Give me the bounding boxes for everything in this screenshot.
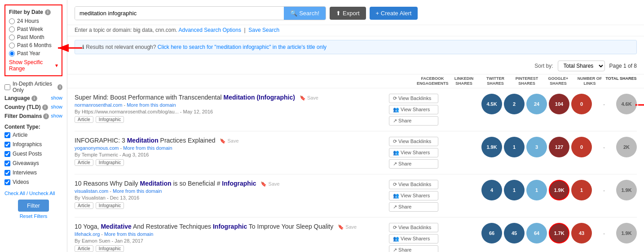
- result-author-1: By Https://www.normanrosenthal.com/blog/…: [75, 109, 384, 114]
- save-link-3[interactable]: 🔖 Save: [260, 181, 279, 187]
- more-from-domain-3[interactable]: More from this domain: [113, 188, 162, 194]
- result-meta-1: normanrosenthal.com - More from this dom…: [75, 102, 384, 108]
- column-headers: FACEBOOK ENGAGEMENTS LINKEDIN SHARES TWI…: [67, 74, 644, 88]
- tag-article-4: Article: [75, 245, 93, 252]
- language-row: Language i show: [4, 95, 62, 101]
- radio-past-year[interactable]: Past Year: [9, 50, 58, 56]
- result-title-4: 10 Yoga, Meditative And Restorative Tech…: [75, 223, 384, 230]
- view-backlinks-btn-1[interactable]: ⟳ View Backlinks: [389, 94, 438, 103]
- show-specific-range[interactable]: Show Specific Range ▾: [9, 59, 58, 72]
- filter-domains-show-link[interactable]: show: [51, 113, 62, 119]
- view-sharers-btn-2[interactable]: 👥 View Sharers: [389, 148, 438, 157]
- metric-pinterest-4: 1.7K: [549, 223, 569, 243]
- result-content-4: 10 Yoga, Meditative And Restorative Tech…: [75, 223, 384, 252]
- uncheck-all-link[interactable]: Uncheck All: [29, 191, 55, 196]
- metric-links-4: -: [594, 223, 614, 243]
- tag-infographic-2: Infographic: [96, 159, 124, 166]
- in-depth-checkbox[interactable]: In-Depth Articles Only i: [4, 81, 62, 93]
- search-input[interactable]: [75, 7, 284, 20]
- metric-googleplus-1: 0: [571, 94, 592, 114]
- save-link-2[interactable]: 🔖 Save: [220, 138, 238, 143]
- results-list: Super Mind: Boost Performance with Trans…: [67, 88, 644, 252]
- result-url-2[interactable]: yoganonymous.com: [75, 145, 119, 151]
- more-from-domain-2[interactable]: More from this domain: [123, 145, 172, 151]
- view-backlinks-btn-3[interactable]: ⟳ View Backlinks: [389, 180, 438, 189]
- reset-filters-link[interactable]: Reset Filters: [4, 213, 62, 219]
- radio-past-month[interactable]: Past Month: [9, 34, 58, 40]
- metric-twitter-3: 1: [526, 180, 547, 200]
- metric-facebook-4: 66: [481, 223, 502, 243]
- metrics-3: 4 1 1 1.9K 1 - 1.9K: [444, 180, 637, 200]
- radio-past-week[interactable]: Past Week: [9, 26, 58, 32]
- result-title-2: INFOGRAPHIC: 3 Meditation Practices Expl…: [75, 137, 384, 144]
- result-url-4[interactable]: lifehack.org: [75, 231, 100, 237]
- result-url-3[interactable]: visualistan.com: [75, 188, 108, 194]
- result-content-2: INFOGRAPHIC: 3 Meditation Practices Expl…: [75, 137, 384, 166]
- metric-total-3: 1.9K: [616, 180, 637, 200]
- search-input-wrap: 🔍 Search!: [75, 6, 326, 20]
- metric-linkedin-4: 45: [504, 223, 525, 243]
- result-item-1: Super Mind: Boost Performance with Trans…: [75, 88, 637, 131]
- language-label: Language: [4, 95, 30, 101]
- content-type-interviews[interactable]: Interviews: [4, 169, 62, 176]
- share-btn-4[interactable]: ↗ Share: [389, 245, 438, 252]
- metric-linkedin-2: 1: [504, 137, 525, 157]
- result-title-3: 10 Reasons Why Daily Meditation is so Be…: [75, 180, 384, 187]
- country-row: Country (TLD) i show: [4, 104, 62, 110]
- content-type-giveaways[interactable]: Giveaways: [4, 160, 62, 166]
- metric-linkedin-1: 2: [504, 94, 525, 114]
- more-from-domain-4[interactable]: More from this domain: [104, 231, 153, 237]
- more-from-domain-1[interactable]: More from this domain: [127, 102, 176, 108]
- search-button[interactable]: 🔍 Search!: [284, 7, 326, 20]
- language-info-icon: i: [31, 96, 37, 101]
- share-btn-2[interactable]: ↗ Share: [389, 159, 438, 169]
- create-alert-button[interactable]: + Create Alert: [370, 7, 418, 20]
- result-url-1[interactable]: normanrosenthal.com: [75, 102, 122, 108]
- view-sharers-btn-1[interactable]: 👥 View Sharers: [389, 105, 438, 114]
- page-info: Page 1 of 8: [609, 63, 637, 69]
- metric-googleplus-3: 1: [571, 180, 592, 200]
- in-depth-info-icon: i: [57, 84, 62, 90]
- save-link-4[interactable]: 🔖 Save: [338, 224, 357, 230]
- sort-by-label: Sort by:: [534, 63, 553, 69]
- share-btn-1[interactable]: ↗ Share: [389, 116, 438, 126]
- radio-24h[interactable]: 24 Hours: [9, 18, 58, 24]
- chevron-down-icon: ▾: [55, 62, 58, 69]
- check-all-row: Check All / Uncheck All: [4, 191, 62, 196]
- view-sharers-btn-4[interactable]: 👥 View Sharers: [389, 234, 438, 243]
- view-sharers-btn-3[interactable]: 👥 View Sharers: [389, 191, 438, 200]
- share-btn-3[interactable]: ↗ Share: [389, 202, 438, 212]
- result-item-4: 10 Yoga, Meditative And Restorative Tech…: [75, 217, 637, 252]
- metric-googleplus-4: 43: [571, 223, 592, 243]
- save-search-link[interactable]: Save Search: [248, 27, 279, 33]
- action-buttons-2: ⟳ View Backlinks 👥 View Sharers ↗ Share: [389, 137, 438, 169]
- save-link-1[interactable]: 🔖 Save: [300, 95, 318, 100]
- sidebar: Filter by Date i 24 Hours Past Week Past…: [0, 0, 67, 252]
- result-meta-4: lifehack.org - More from this domain: [75, 231, 384, 237]
- sort-dropdown[interactable]: Total Shares: [558, 61, 605, 71]
- filter-domains-info-icon: i: [43, 113, 49, 119]
- filter-button[interactable]: Filter: [18, 200, 49, 212]
- metrics-1: 4.5K 2 24 104 0 - 4.6K: [444, 94, 637, 114]
- col-header-pinterest: PINTEREST SHARES: [511, 76, 543, 86]
- col-header-links: NUMBER OF LINKS: [574, 76, 605, 86]
- result-author-3: By Visualistan - Dec 13, 2016: [75, 195, 384, 200]
- view-backlinks-btn-2[interactable]: ⟳ View Backlinks: [389, 137, 438, 146]
- content-type-infographics[interactable]: Infographics: [4, 141, 62, 148]
- country-show-link[interactable]: show: [51, 104, 62, 110]
- check-all-link[interactable]: Check All: [4, 191, 25, 196]
- result-tags-4: Article Infographic: [75, 245, 384, 252]
- relevance-link[interactable]: Click here to search for "meditation inf…: [158, 44, 326, 50]
- language-show-link[interactable]: show: [51, 95, 62, 101]
- view-backlinks-btn-4[interactable]: ⟳ View Backlinks: [389, 223, 438, 232]
- content-type-guest-posts[interactable]: Guest Posts: [4, 151, 62, 157]
- content-type-videos[interactable]: Videos: [4, 179, 62, 185]
- filter-date-info-icon: i: [45, 9, 51, 15]
- content-type-article[interactable]: Article: [4, 132, 62, 138]
- result-tags-1: Article Infographic: [75, 116, 384, 123]
- export-button[interactable]: ⬆ Export: [330, 7, 366, 20]
- radio-past-6months[interactable]: Past 6 Months: [9, 42, 58, 48]
- tag-article-2: Article: [75, 159, 93, 166]
- action-buttons-4: ⟳ View Backlinks 👥 View Sharers ↗ Share: [389, 223, 438, 252]
- advanced-search-link[interactable]: Advanced Search Options: [178, 27, 241, 33]
